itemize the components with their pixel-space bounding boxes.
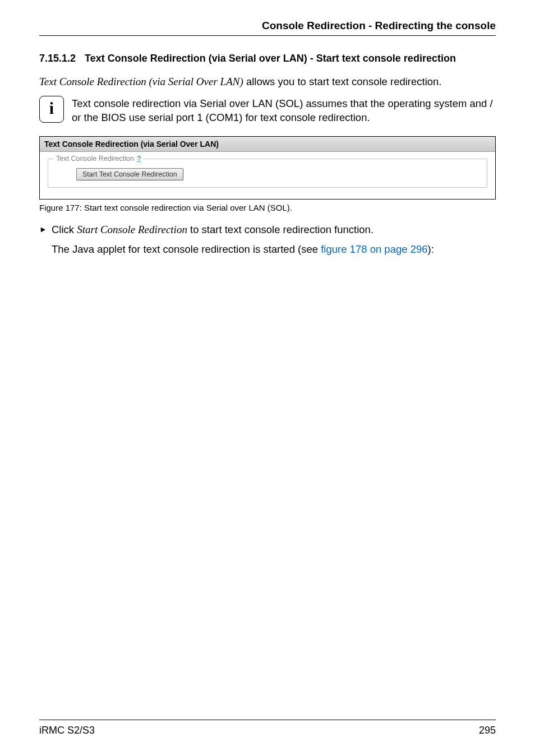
footer-left: iRMC S2/S3 [39, 725, 95, 736]
bullet-text: Click Start Console Redirection to start… [52, 222, 373, 237]
intro-rest: allows you to start text console redirec… [243, 76, 442, 87]
screenshot-fieldset: Text Console Redirection ? Start Text Co… [48, 159, 487, 188]
section-title: Text Console Redirection (via Serial ove… [85, 53, 456, 64]
screenshot-titlebar: Text Console Redirection (via Serial Ove… [40, 137, 495, 152]
action-prefix: Click [52, 224, 77, 235]
fieldset-legend: Text Console Redirection ? [54, 155, 143, 163]
legend-text: Text Console Redirection [56, 155, 134, 163]
followup-post: ): [428, 243, 434, 255]
action-italic: Start Console Redirection [77, 224, 187, 235]
screenshot-panel: Text Console Redirection (via Serial Ove… [39, 136, 496, 200]
help-icon[interactable]: ? [137, 155, 141, 163]
info-icon: i [39, 96, 64, 123]
info-text: Text console redirection via Serial over… [72, 96, 496, 125]
figure-link[interactable]: figure 178 on page 296 [321, 243, 427, 255]
instruction-bullet: ► Click Start Console Redirection to sta… [39, 222, 496, 237]
info-glyph: i [49, 99, 54, 118]
running-header: Console Redirection - Redirecting the co… [39, 20, 496, 32]
action-suffix: to start text console redirection functi… [187, 224, 373, 235]
figure-caption: Figure 177: Start text console redirecti… [39, 203, 496, 212]
section-number: 7.15.1.2 [39, 53, 76, 64]
section-heading: 7.15.1.2 Text Console Redirection (via S… [39, 53, 496, 64]
intro-paragraph: Text Console Redirection (via Serial Ove… [39, 75, 496, 89]
bullet-marker-icon: ► [39, 222, 52, 234]
start-text-console-button[interactable]: Start Text Console Redirection [76, 168, 183, 180]
screenshot-body: Text Console Redirection ? Start Text Co… [40, 152, 495, 199]
footer-right: 295 [479, 725, 496, 736]
info-note: i Text console redirection via Serial ov… [39, 96, 496, 125]
page-footer: iRMC S2/S3 295 [39, 720, 496, 736]
followup-paragraph: The Java applet for text console redirec… [52, 243, 496, 257]
followup-pre: The Java applet for text console redirec… [52, 243, 321, 255]
italic-term: Text Console Redirection (via Serial Ove… [39, 76, 243, 87]
